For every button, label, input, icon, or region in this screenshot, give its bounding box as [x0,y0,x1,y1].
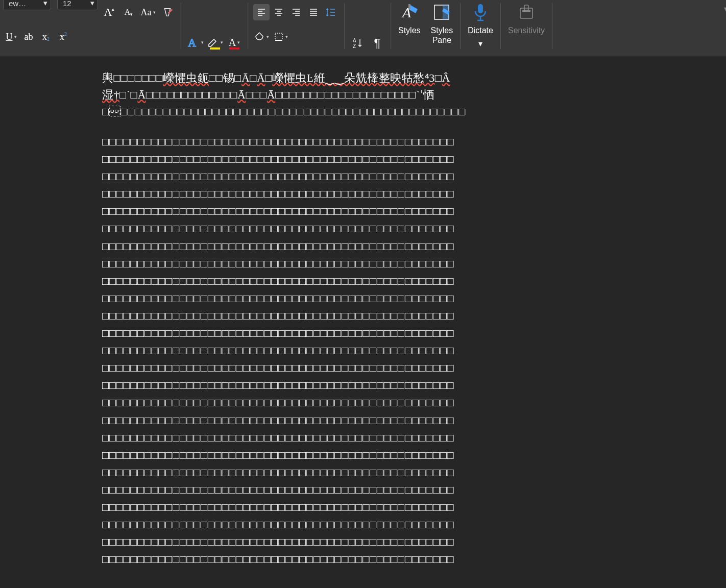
doc-line-3: □ೲ□□□□□□□□□□□□□□□□□□□□□□□□□□□□□□□□□□□□□□… [102,103,608,120]
svg-rect-10 [520,8,533,18]
svg-text:A: A [188,37,196,49]
font-name-combo[interactable]: ew… ▾ [3,0,51,10]
svg-rect-9 [478,4,483,13]
text-effects-button[interactable]: A ▾ [186,34,204,51]
dictate-label: Dictate [468,26,493,35]
doc-tofu-block: □□□□□□□□□□□□□□□□□□□□□□□□□□□□□□□□□□□□□□□□… [102,133,608,568]
separator [460,3,461,49]
styles-button[interactable]: A Styles [393,0,426,51]
separator [248,3,248,49]
svg-rect-1 [275,33,282,40]
highlight-color-button[interactable]: ▾ [207,34,223,51]
grow-font-button[interactable]: A▴ [101,4,117,20]
chevron-down-icon: ▾ [478,39,482,48]
align-right-button[interactable] [288,4,304,20]
chevron-down-icon: ▾ [724,4,726,14]
chevron-down-icon: ▾ [90,0,94,8]
ribbon: ew… ▾ 12 ▾ A▴ A▾ Aa▾ U▾ ab x2 x2 [0,0,726,57]
font-size-value: 12 [63,0,71,8]
sensitivity-button[interactable]: Sensitivity ▾ [503,0,550,51]
sort-button[interactable]: AZ [350,35,366,52]
font-size-combo[interactable]: 12 ▾ [57,0,98,10]
document-area[interactable]: 輿□□□□□□□嶸懼虫鈪□□锡□Ā□Ā□嶸懼虫Ŀ絍‿‿朵兟㯠整映牯愁⁴3□Â 湿… [0,57,726,588]
paragraph-group: ▾ ▾ [250,0,342,57]
line-spacing-button[interactable] [323,4,339,20]
styles-pane-button[interactable]: Styles Pane [426,0,458,51]
doc-line-2: 湿†□`□Ā□□□□□□□□□□□□□Ā□□□Ā□□□□□□□□□□□□□□□□… [102,86,608,103]
svg-rect-11 [524,5,528,10]
sort-show-group: AZ ¶ [347,0,389,57]
svg-rect-12 [522,10,530,12]
svg-text:Z: Z [353,43,356,49]
doc-line-1: 輿□□□□□□□嶸懼虫鈪□□锡□Ā□Ā□嶸懼虫Ŀ絍‿‿朵兟㯠整映牯愁⁴3□Â [102,69,608,86]
separator [552,3,552,49]
align-center-button[interactable] [271,4,287,20]
superscript-button[interactable]: x2 [55,29,71,45]
borders-button[interactable]: ▾ [273,29,289,45]
styles-pane-label: Styles Pane [431,26,453,45]
clear-formatting-button[interactable] [159,4,176,20]
font-name-value: ew… [9,0,26,8]
styles-label: Styles [398,26,421,35]
dictate-button[interactable]: Dictate ▾ [463,0,498,51]
align-left-button[interactable] [253,4,270,20]
shading-button[interactable]: ▾ [253,29,270,45]
font-color-button[interactable]: A ▾ [226,34,243,51]
separator [500,3,501,49]
chevron-down-icon: ▾ [43,0,47,8]
change-case-button[interactable]: Aa▾ [140,4,156,20]
shrink-font-button[interactable]: A▾ [120,4,137,20]
show-marks-button[interactable]: ¶ [369,35,385,52]
text-color-group: A ▾ ▾ A ▾ [183,0,246,57]
subscript-button[interactable]: x2 [38,29,54,45]
font-group: ew… ▾ 12 ▾ A▴ A▾ Aa▾ U▾ ab x2 x2 [0,0,179,57]
separator [344,3,345,49]
separator [181,3,181,49]
separator [391,3,391,49]
document-page[interactable]: 輿□□□□□□□嶸懼虫鈪□□锡□Ā□Ā□嶸懼虫Ŀ絍‿‿朵兟㯠整映牯愁⁴3□Â 湿… [102,57,608,568]
svg-text:A: A [353,38,356,43]
underline-button[interactable]: U▾ [3,29,19,45]
strikethrough-button[interactable]: ab [20,29,37,45]
sensitivity-label: Sensitivity [508,26,545,35]
svg-rect-6 [408,4,410,9]
justify-button[interactable] [305,4,322,20]
